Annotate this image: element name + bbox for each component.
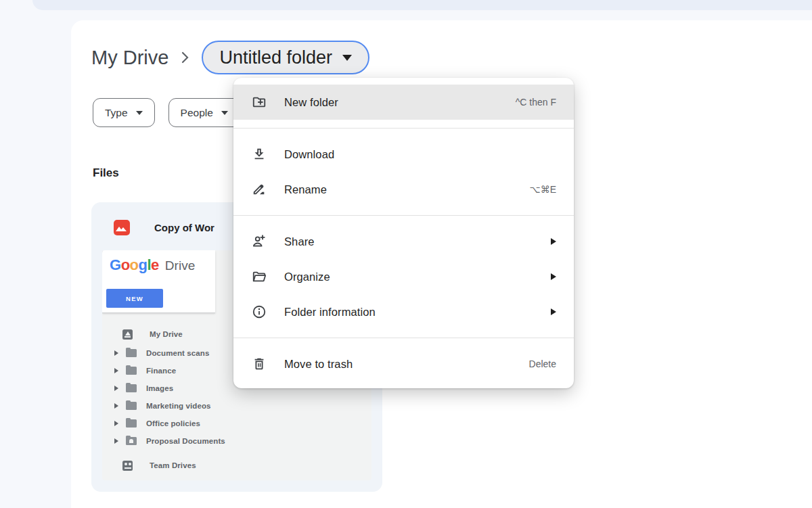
submenu-arrow-icon: [551, 273, 556, 280]
thumbnail-drive-panel: Google Drive NEW: [102, 250, 215, 313]
files-section-heading: Files: [93, 166, 119, 180]
chevron-right-icon: [180, 50, 190, 65]
new-folder-icon: [252, 95, 267, 110]
chevron-right-icon: [114, 368, 118, 373]
tree-item: Marketing videos: [102, 397, 371, 415]
menu-item-new-folder[interactable]: New folder ^C then F: [233, 85, 574, 120]
tree-item-team-drives: Team Drives: [102, 457, 371, 474]
folder-icon: [126, 384, 137, 392]
download-icon: [252, 147, 267, 162]
submenu-arrow-icon: [551, 238, 556, 245]
team-drives-icon: [122, 461, 133, 471]
google-drive-logo: Google Drive: [110, 256, 195, 274]
shortcut-hint: Delete: [529, 359, 556, 369]
submenu-arrow-icon: [551, 308, 556, 315]
shared-folder-icon: [126, 437, 137, 445]
file-card-title: Copy of Wor: [154, 222, 215, 233]
filter-chip-bar: Type People: [93, 98, 250, 127]
info-icon: [252, 304, 267, 319]
people-filter-label: People: [181, 107, 213, 119]
current-folder-button[interactable]: Untitled folder: [202, 41, 369, 74]
person-add-icon: [252, 234, 267, 249]
chevron-right-icon: [114, 438, 118, 444]
folder-icon: [126, 419, 137, 428]
header-search-band: [32, 0, 812, 10]
caret-down-icon: [342, 55, 352, 61]
breadcrumb: My Drive Untitled folder: [91, 41, 369, 74]
type-filter-chip[interactable]: Type: [93, 98, 155, 127]
folder-icon: [126, 402, 137, 410]
folder-icon: [126, 349, 137, 357]
menu-item-download[interactable]: Download: [233, 137, 574, 172]
tree-item: Proposal Documents: [102, 432, 371, 450]
breadcrumb-my-drive[interactable]: My Drive: [91, 47, 168, 69]
chevron-right-icon: [114, 421, 118, 426]
menu-item-rename[interactable]: Rename ⌥⌘E: [233, 172, 574, 207]
menu-item-folder-information[interactable]: Folder information: [233, 294, 574, 329]
menu-item-share[interactable]: Share: [233, 224, 574, 259]
rename-pencil-icon: [252, 182, 267, 197]
current-folder-name: Untitled folder: [219, 47, 332, 68]
caret-down-icon: [136, 111, 143, 115]
image-file-icon: [114, 220, 130, 235]
menu-divider: [233, 338, 574, 338]
chevron-right-icon: [114, 386, 118, 391]
shortcut-hint: ⌥⌘E: [530, 184, 556, 195]
folder-context-menu: New folder ^C then F Download Rename ⌥⌘E…: [233, 78, 574, 388]
type-filter-label: Type: [105, 107, 128, 119]
menu-item-organize[interactable]: Organize: [233, 259, 574, 294]
thumbnail-new-button: NEW: [106, 289, 163, 308]
trash-icon: [252, 356, 267, 371]
tree-item: Office policies: [102, 415, 371, 432]
chevron-right-icon: [114, 403, 118, 409]
menu-divider: [233, 215, 574, 216]
menu-divider: [233, 128, 574, 129]
caret-down-icon: [221, 111, 228, 115]
shortcut-hint: ^C then F: [516, 97, 556, 108]
folder-icon: [126, 367, 137, 375]
chevron-right-icon: [114, 350, 118, 356]
folder-open-icon: [252, 269, 267, 284]
menu-item-move-to-trash[interactable]: Move to trash Delete: [233, 346, 574, 382]
drive-icon: [122, 329, 133, 340]
